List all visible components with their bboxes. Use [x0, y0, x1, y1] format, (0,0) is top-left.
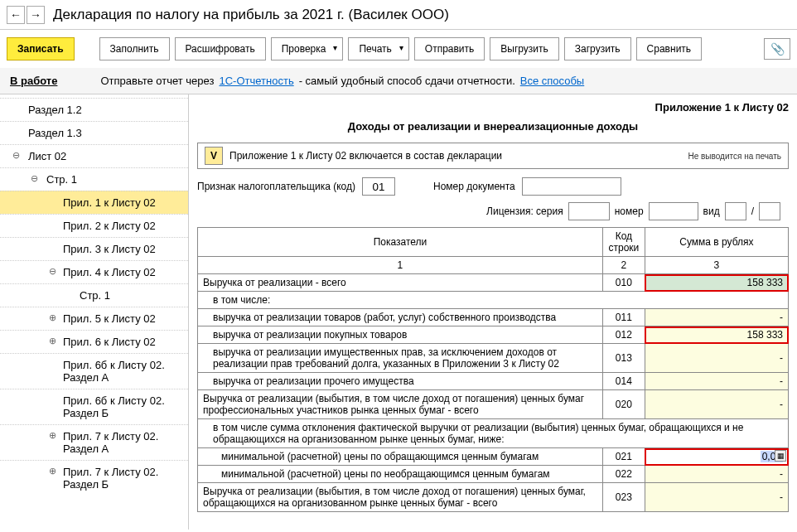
license-number-input[interactable]: [649, 202, 698, 220]
status-label[interactable]: В работе: [10, 75, 57, 87]
export-button[interactable]: Выгрузить: [490, 37, 559, 60]
tree-item[interactable]: Прил. 2 к Листу 02: [0, 214, 188, 237]
cell-indicator: выручка от реализации товаров (работ, ус…: [198, 309, 603, 326]
cell-indicator: минимальной (расчетной) цены по необраща…: [198, 466, 603, 483]
tree-item[interactable]: ⊕Прил. 6 к Листу 02: [0, 330, 188, 353]
tree-item[interactable]: Прил. 1 к Листу 02: [0, 191, 188, 214]
all-methods-link[interactable]: Все способы: [520, 75, 584, 87]
tree-item-label: Прил. 3 к Листу 02: [63, 243, 156, 255]
send-button[interactable]: Отправить: [414, 37, 485, 60]
taxpayer-code-label: Признак налогоплательщика (код): [197, 181, 355, 192]
tree-item-label: Прил. 2 к Листу 02: [63, 220, 156, 232]
cell-indicator: в том числе сумма отклонения фактической…: [198, 419, 789, 448]
docnum-label: Номер документа: [433, 181, 515, 192]
attach-button[interactable]: 📎: [764, 38, 790, 60]
cell-code: 010: [602, 274, 645, 292]
cell-code: 021: [602, 448, 645, 466]
cell-code: 020: [602, 390, 645, 419]
cell-indicator: выручка от реализации имущественных прав…: [198, 344, 603, 373]
cell-sum[interactable]: 0,00▦: [645, 448, 788, 466]
tree-item-label: Стр. 1: [80, 289, 110, 302]
cell-indicator: выручка от реализации прочего имущества: [198, 373, 603, 390]
tree-item-label: Раздел 1.3: [28, 127, 82, 139]
tree-item[interactable]: Прил. 3 к Листу 02: [0, 237, 188, 260]
reporting-link[interactable]: 1С-Отчетность: [219, 75, 293, 87]
tree-item[interactable]: ⊕Прил. 7 к Листу 02. Раздел А: [0, 424, 188, 460]
check-dropdown[interactable]: Проверка: [271, 37, 344, 60]
appendix-header: Приложение 1 к Листу 02: [197, 101, 789, 114]
include-checkbox[interactable]: V: [205, 147, 223, 165]
compare-button[interactable]: Сравнить: [636, 37, 702, 60]
cell-indicator: Выручка от реализации (выбытия, в том чи…: [198, 483, 603, 512]
infobar-text2: - самый удобный способ сдачи отчетности.: [299, 75, 515, 87]
docnum-input[interactable]: [522, 177, 621, 196]
table-row: в том числе сумма отклонения фактической…: [198, 419, 789, 448]
table-row: минимальной (расчетной) цены по необраща…: [198, 466, 789, 483]
tree-item[interactable]: ⊖Прил. 4 к Листу 02: [0, 260, 188, 283]
cell-sum[interactable]: -: [645, 373, 788, 390]
nav-tree: Раздел 1.2Раздел 1.3⊖Лист 02⊖Стр. 1Прил.…: [0, 94, 189, 530]
tree-item[interactable]: ⊖Стр. 1: [0, 167, 188, 191]
nav-back-button[interactable]: ←: [7, 6, 25, 24]
cell-indicator: в том числе:: [198, 292, 789, 309]
license-series-input[interactable]: [568, 202, 610, 220]
tree-item[interactable]: Стр. 1: [0, 283, 188, 307]
cell-indicator: минимальной (расчетной) цены по обращающ…: [198, 448, 603, 466]
tree-item-label: Прил. 6б к Листу 02. Раздел Б: [63, 394, 165, 419]
table-row: Выручка от реализации (выбытия, в том чи…: [198, 390, 789, 419]
tree-item-label: Раздел 1.2: [28, 104, 82, 116]
cell-sum[interactable]: 158 333: [645, 274, 788, 292]
cell-sum[interactable]: -: [645, 344, 788, 373]
fill-button[interactable]: Заполнить: [99, 37, 170, 60]
cell-code: 023: [602, 483, 645, 512]
tree-item[interactable]: Прил. 6б к Листу 02. Раздел Б: [0, 389, 188, 424]
table-row: Выручка от реализации - всего010158 333: [198, 274, 789, 292]
tree-item[interactable]: Прил. 6б к Листу 02. Раздел А: [0, 353, 188, 389]
taxpayer-code-input[interactable]: [362, 177, 395, 196]
import-button[interactable]: Загрузить: [564, 37, 631, 60]
table-row: в том числе:: [198, 292, 789, 309]
content-area: Приложение 1 к Листу 02 Доходы от реализ…: [189, 94, 797, 530]
table-row: минимальной (расчетной) цены по обращающ…: [198, 448, 789, 466]
tree-item-label: Прил. 7 к Листу 02. Раздел А: [63, 430, 158, 455]
tree-item[interactable]: Раздел 1.2: [0, 98, 188, 121]
license-type1-input[interactable]: [725, 202, 746, 220]
tree-item[interactable]: Раздел 1.3: [0, 121, 188, 144]
include-label: Приложение 1 к Листу 02 включается в сос…: [229, 150, 688, 162]
cell-code: 012: [602, 326, 645, 344]
cell-code: 011: [602, 309, 645, 326]
tree-item[interactable]: ⊖Лист 02: [0, 144, 188, 167]
tree-item-label: Прил. 6б к Листу 02. Раздел А: [63, 359, 165, 384]
data-table: Показатели Код строки Сумма в рублях 1 2…: [197, 227, 789, 512]
cell-sum[interactable]: -: [645, 483, 788, 512]
tree-item[interactable]: ⊕Прил. 5 к Листу 02: [0, 307, 188, 330]
tree-toggle-icon[interactable]: ⊖: [28, 173, 40, 184]
cell-sum[interactable]: -: [645, 309, 788, 326]
tree-toggle-icon[interactable]: ⊕: [46, 312, 58, 323]
tree-item[interactable]: ⊕Прил. 7 к Листу 02. Раздел Б: [0, 460, 188, 496]
cell-sum[interactable]: -: [645, 466, 788, 483]
tree-toggle-icon[interactable]: ⊖: [10, 150, 22, 161]
col-num3: 3: [645, 257, 788, 274]
tree-item-label: Прил. 1 к Листу 02: [63, 196, 156, 209]
tree-toggle-icon[interactable]: ⊕: [46, 336, 58, 346]
tree-toggle-icon[interactable]: ⊕: [46, 430, 58, 441]
print-dropdown[interactable]: Печать: [348, 37, 408, 60]
cell-sum[interactable]: -: [645, 390, 788, 419]
decode-button[interactable]: Расшифровать: [175, 37, 266, 60]
tree-toggle-icon[interactable]: ⊖: [46, 266, 58, 277]
cell-code: 013: [602, 344, 645, 373]
save-button[interactable]: Записать: [7, 37, 75, 60]
number-label: номер: [615, 206, 644, 217]
col-code: Код строки: [602, 228, 645, 257]
cell-sum[interactable]: 158 333: [645, 326, 788, 344]
cell-code: 022: [602, 466, 645, 483]
nav-forward-button[interactable]: →: [27, 6, 45, 24]
cell-calculator-icon[interactable]: ▦: [775, 450, 786, 462]
license-type2-input[interactable]: [759, 202, 780, 220]
col-num1: 1: [198, 257, 603, 274]
col-indicators: Показатели: [198, 228, 603, 257]
tree-toggle-icon[interactable]: ⊕: [46, 466, 58, 476]
tree-item-label: Лист 02: [28, 150, 66, 162]
tree-item-label: Прил. 5 к Листу 02: [63, 312, 156, 325]
